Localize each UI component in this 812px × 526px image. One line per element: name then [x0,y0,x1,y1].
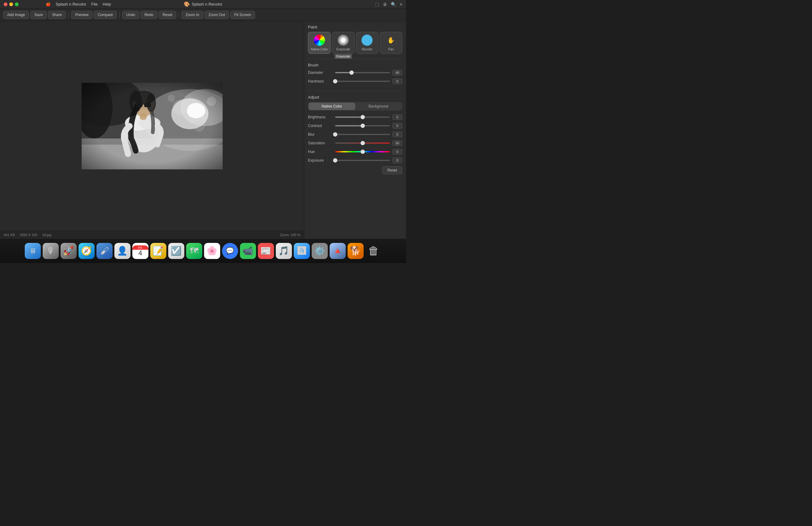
calendar-day: 4 [138,250,142,256]
blur-thumb[interactable] [333,132,337,137]
canvas-wrapper[interactable] [0,21,304,231]
search-icon[interactable]: 🔍 [391,2,396,7]
blur-label: Blur [308,132,333,137]
reset-toolbar-button[interactable]: Reset [159,11,176,19]
toolbar-separator-2 [119,12,120,18]
hue-slider[interactable] [335,151,390,152]
preview-button[interactable]: Preview [71,11,92,19]
contrast-value: 0 [392,123,402,129]
right-panel: Paint Native Color Grayscale Grayscale [304,21,406,238]
svg-rect-25 [82,83,223,169]
altmetric-dock-icon[interactable]: 🔺 [330,243,346,259]
maps-icon: 🗺 [190,246,199,256]
add-image-button[interactable]: Add Image [3,11,29,19]
canvas-area: 441 KB 2560 X 160 18.jpg Zoom: 100 % [0,21,304,238]
diameter-thumb[interactable] [349,71,354,75]
trash-icon: 🗑 [368,244,379,257]
news-icon: 📰 [260,246,271,256]
minimize-button[interactable] [9,2,13,6]
adjust-section: Adjust Native Color Background Brightnes… [308,91,402,174]
diameter-slider[interactable] [335,72,390,73]
facetime-icon: 📹 [243,246,253,256]
contacts-dock-icon[interactable]: 👤 [114,243,130,259]
recolor-mode-button[interactable]: Recolor [356,32,378,54]
status-bar: 441 KB 2560 X 160 18.jpg Zoom: 100 % [0,231,304,238]
photos-icon: 🌸 [206,246,217,256]
brush-section: Brush Diameter 40 Hardness [308,59,402,87]
contrast-label: Contrast [308,124,333,128]
pan-mode-button[interactable]: ✋ Pan [380,32,402,54]
adjust-tabs: Native Color Background [308,102,402,111]
news-dock-icon[interactable]: 📰 [258,243,274,259]
pixelmator-dock-icon[interactable]: 🖌 [97,243,113,259]
notes-dock-icon[interactable]: 📝 [150,243,166,259]
photo-canvas[interactable] [82,83,223,169]
menu-bar: 🍎 Splash n Recolor File Help [46,2,111,6]
zoom-out-button[interactable]: Zoom Out [204,11,229,19]
exposure-label: Exposure [308,158,333,163]
finder-dock-icon[interactable]: 🖥 [25,243,41,259]
contrast-slider[interactable] [335,125,390,126]
exposure-thumb[interactable] [333,158,337,163]
siri-dock-icon[interactable]: 🎙 [43,243,59,259]
exposure-slider[interactable] [335,160,390,161]
adjust-native-color-tab[interactable]: Native Color [309,103,355,110]
grayscale-mode-button[interactable]: Grayscale Grayscale [332,32,354,54]
paint-modes: Native Color Grayscale Grayscale Recolor [308,32,402,54]
contrast-row: Contrast 0 [308,123,402,129]
saturation-thumb[interactable] [361,141,365,145]
brightness-fill [335,117,363,118]
appstore-dock-icon[interactable]: 🅰 [294,243,310,259]
messages-dock-icon[interactable]: 💬 [222,243,238,259]
app-menu[interactable]: Splash n Recolor [56,2,86,6]
facetime-dock-icon[interactable]: 📹 [240,243,256,259]
calendar-dock-icon[interactable]: JUL 4 [132,243,148,259]
hardness-value: 0 [392,78,402,84]
compare-button[interactable]: Compare [94,11,117,19]
contacts-icon: 👤 [117,246,128,256]
recolor-dog-icon: 🐕 [350,246,361,256]
fit-screen-button[interactable]: Fit Screen [230,11,256,19]
siri-icon: 🎙 [46,246,55,256]
recolor-dock-icon[interactable]: 🐕 [348,243,364,259]
brightness-slider[interactable] [335,117,390,118]
toolbar: Add Image Save Share Preview Compare Und… [0,9,406,21]
trash-dock-icon[interactable]: 🗑 [365,243,381,259]
close-button[interactable] [4,2,8,6]
music-dock-icon[interactable]: 🎵 [276,243,292,259]
fullscreen-button[interactable] [15,2,18,6]
photos-dock-icon[interactable]: 🌸 [204,243,220,259]
grayscale-tooltip: Grayscale [334,54,352,59]
hue-thumb[interactable] [361,150,365,154]
cast-icon[interactable]: ⬚ [375,2,379,7]
saturation-slider[interactable] [335,142,390,144]
apple-menu[interactable]: 🍎 [46,2,51,6]
file-menu[interactable]: File [91,2,98,6]
system-prefs-dock-icon[interactable]: ⚙️ [312,243,328,259]
brightness-thumb[interactable] [361,115,365,119]
hardness-slider[interactable] [335,81,390,82]
menu-icon[interactable]: ≡ [400,2,402,7]
rocketship-icon: 🚀 [63,246,74,256]
rocket-dock-icon[interactable]: 🚀 [61,243,77,259]
contrast-thumb[interactable] [361,124,365,128]
native-color-label: Native Color [311,48,328,51]
safari-dock-icon[interactable]: 🧭 [78,243,95,259]
adjust-background-tab[interactable]: Background [355,103,402,110]
save-button[interactable]: Save [30,11,47,19]
blur-slider[interactable] [335,134,390,135]
redo-button[interactable]: Redo [140,11,157,19]
native-color-mode-button[interactable]: Native Color [308,32,331,54]
display-icon[interactable]: 🖥 [383,2,387,7]
undo-button[interactable]: Undo [122,11,139,19]
zoom-in-button[interactable]: Zoom In [182,11,203,19]
adjust-reset-button[interactable]: Reset [382,166,402,174]
brush-section-title: Brush [308,63,402,67]
hardness-thumb[interactable] [333,79,337,84]
brightness-row: Brightness 0 [308,114,402,120]
blur-row: Blur 0 [308,132,402,137]
maps-dock-icon[interactable]: 🗺 [186,243,202,259]
share-button[interactable]: Share [48,11,66,19]
reminders-dock-icon[interactable]: ☑️ [168,243,184,259]
help-menu[interactable]: Help [103,2,111,6]
